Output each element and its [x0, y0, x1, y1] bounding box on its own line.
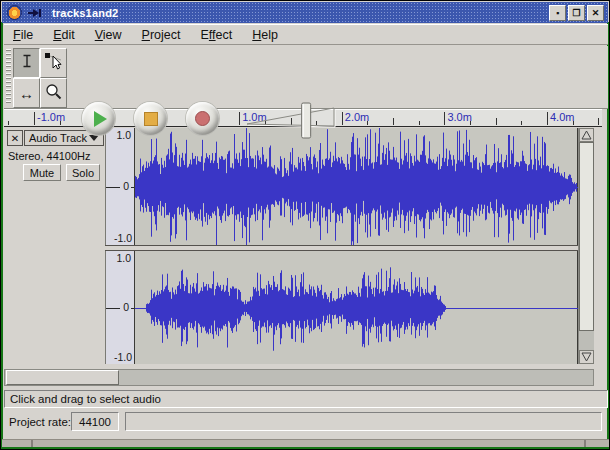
ruler-minor-tick: [598, 118, 599, 125]
volume-slider-thumb: [302, 103, 311, 138]
status-bar-secondary: [125, 412, 602, 431]
vertical-scrollbar-thumb[interactable]: [579, 142, 594, 331]
ruler-minor-tick: [496, 118, 497, 125]
window-title: tracks1and2: [52, 7, 118, 19]
ruler-minor-tick: [393, 118, 394, 125]
ruler-label: -1.0m: [37, 111, 65, 123]
menu-effect[interactable]: Effect: [201, 28, 233, 42]
vertical-scrollbar[interactable]: [578, 128, 594, 364]
menu-help[interactable]: Help: [252, 28, 278, 42]
resize-grip-notch: [31, 440, 33, 447]
scroll-down-arrow-icon[interactable]: [579, 350, 594, 364]
status-message: Click and drag to select audio: [10, 393, 161, 405]
audacity-logo-icon: [7, 5, 22, 20]
ibeam-icon: [18, 52, 36, 74]
ruler-minor-tick: [367, 121, 368, 125]
track-area: ✕ Audio Track Stereo, 44100Hz Mute Solo …: [4, 128, 594, 364]
close-button[interactable]: ✕: [587, 5, 604, 21]
window-frame-bottom: [1, 447, 609, 449]
toolbar-grip[interactable]: [6, 49, 11, 105]
chevron-down-icon: [89, 135, 99, 141]
status-bar: Click and drag to select audio: [4, 390, 608, 408]
audacity-window: tracks1and2 ▪ ❐ ✕ FileEditViewProjectEff…: [0, 0, 610, 450]
ruler-minor-tick: [573, 121, 574, 125]
waveform-channel1[interactable]: [135, 128, 578, 245]
vruler-zero-tick: [131, 187, 134, 188]
zoom-tool-button[interactable]: [40, 78, 67, 108]
ruler-minor-tick: [60, 121, 61, 125]
maximize-button[interactable]: ❐: [568, 5, 585, 21]
mute-button[interactable]: Mute: [23, 164, 61, 181]
menu-view[interactable]: View: [95, 28, 122, 42]
play-button[interactable]: [82, 102, 115, 135]
ruler-minor-tick: [521, 121, 522, 125]
record-icon: [195, 111, 210, 126]
waveform-canvas-right[interactable]: [135, 251, 578, 364]
envelope-cursor-icon: [44, 52, 63, 75]
track-close-button[interactable]: ✕: [7, 130, 23, 146]
project-rate-value: 44100: [71, 412, 119, 431]
track-control-panel: ✕ Audio Track Stereo, 44100Hz Mute Solo: [4, 128, 105, 364]
ruler-label: 4.0m: [550, 111, 574, 123]
magnifier-icon: [44, 82, 63, 105]
vertical-ruler-channel1: 1.0 0 -1.0: [105, 128, 135, 245]
ruler-minor-tick: [419, 121, 420, 125]
ruler-major-tick: [239, 112, 240, 125]
window-pin-icon[interactable]: [28, 8, 43, 18]
stop-icon: [144, 112, 158, 126]
play-icon: [94, 111, 107, 127]
vruler-zero: 0: [123, 301, 129, 313]
track-name: Audio Track: [29, 132, 87, 144]
vruler-zero-tick: [131, 308, 134, 309]
volume-slider[interactable]: [244, 98, 346, 148]
window-frame-left: [1, 22, 3, 449]
window-resize-rail[interactable]: [2, 439, 610, 447]
minimize-button[interactable]: ▪: [549, 5, 566, 21]
ruler-minor-tick: [470, 121, 471, 125]
solo-button[interactable]: Solo: [66, 164, 100, 181]
vertical-ruler-channel2: 1.0 0 -1.0: [105, 251, 135, 364]
envelope-tool-button[interactable]: [40, 48, 67, 78]
track-info: Stereo, 44100Hz: [8, 150, 91, 162]
ruler-major-tick: [34, 112, 35, 125]
menu-bar: FileEditViewProjectEffectHelp: [4, 24, 608, 45]
ruler-major-tick: [444, 112, 445, 125]
toolbar: ↔: [4, 46, 608, 109]
menu-file[interactable]: File: [13, 28, 33, 42]
vruler-min: -1.0: [114, 232, 132, 244]
horizontal-scrollbar-thumb[interactable]: [6, 370, 119, 385]
selection-tool-button[interactable]: [13, 48, 40, 78]
record-button[interactable]: [186, 102, 219, 135]
stop-button[interactable]: [134, 102, 167, 135]
double-arrow-icon: ↔: [19, 86, 34, 101]
waveform-channel2[interactable]: [135, 251, 578, 364]
waveform-canvas-left[interactable]: [135, 128, 578, 245]
vruler-max: 1.0: [116, 252, 131, 264]
vruler-zero-line: [106, 187, 120, 188]
ruler-minor-tick: [8, 121, 9, 125]
resize-grip-notch: [584, 440, 586, 447]
project-rate-label: Project rate:: [9, 416, 71, 428]
ruler-label: 2.0m: [345, 111, 369, 123]
ruler-label: 3.0m: [447, 111, 471, 123]
menu-project[interactable]: Project: [142, 28, 181, 42]
menu-edit[interactable]: Edit: [53, 28, 75, 42]
horizontal-scrollbar[interactable]: [4, 369, 594, 386]
titlebar[interactable]: tracks1and2 ▪ ❐ ✕: [2, 2, 608, 23]
vruler-zero: 0: [123, 180, 129, 192]
timeshift-tool-button[interactable]: ↔: [13, 78, 40, 108]
vruler-max: 1.0: [116, 129, 131, 141]
ruler-major-tick: [547, 112, 548, 125]
scroll-up-arrow-icon[interactable]: [579, 128, 594, 142]
vruler-zero-line: [106, 308, 120, 309]
vruler-min: -1.0: [114, 351, 132, 363]
